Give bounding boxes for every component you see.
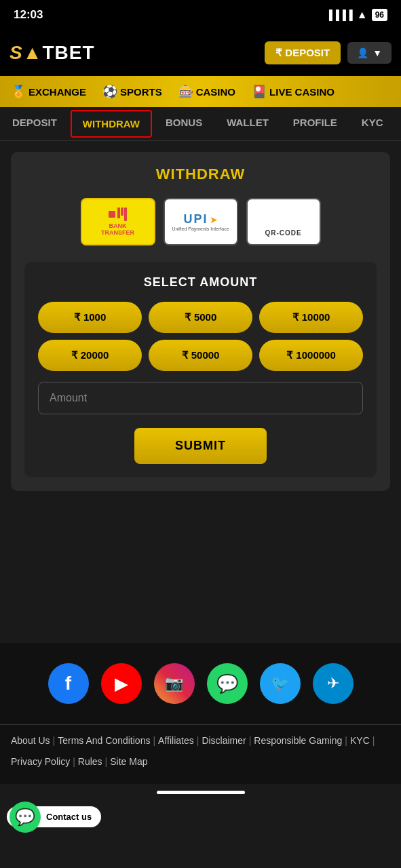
amount-btn-50000[interactable]: ₹ 50000 <box>149 340 252 371</box>
logo: S▲TBET <box>9 42 95 64</box>
tab-profile[interactable]: PROFILE <box>281 107 349 140</box>
live-casino-icon: 🎴 <box>252 84 267 99</box>
payment-method-upi[interactable]: UPI ➤ Unified Payments Interface <box>164 198 238 245</box>
footer-kyc[interactable]: KYC <box>350 732 370 750</box>
whatsapp-button[interactable]: 💬 <box>207 663 248 704</box>
header: S▲TBET ₹ DEPOSIT 👤 ▼ <box>0 30 401 76</box>
amount-btn-1000[interactable]: ₹ 1000 <box>38 302 142 333</box>
payment-method-qr[interactable]: ⊞ QR-CODE <box>246 198 321 245</box>
telegram-button[interactable]: ✈ <box>313 663 354 704</box>
withdraw-title: WITHDRAW <box>24 165 377 183</box>
exchange-icon: 🏅 <box>11 84 26 99</box>
header-actions: ₹ DEPOSIT 👤 ▼ <box>265 41 392 64</box>
nav-cat-exchange[interactable]: 🏅 EXCHANGE <box>4 80 93 103</box>
sub-navigation: DEPOSIT WITHDRAW BONUS WALLET PROFILE KY… <box>0 107 401 141</box>
amount-btn-20000[interactable]: ₹ 20000 <box>38 340 142 371</box>
signal-icon: ▐▐▐▐ <box>326 9 353 20</box>
whatsapp-float-icon[interactable]: 💬 <box>9 802 41 833</box>
exchange-label: EXCHANGE <box>28 86 86 98</box>
home-indicator <box>157 791 245 794</box>
amount-grid: ₹ 1000 ₹ 5000 ₹ 10000 ₹ 20000 ₹ 50000 ₹ … <box>38 302 363 371</box>
tab-bonus[interactable]: BONUS <box>153 107 214 140</box>
wifi-icon: ▲ <box>357 9 368 21</box>
twitter-button[interactable]: 🐦 <box>260 663 301 704</box>
footer-terms[interactable]: Terms And Conditions <box>58 732 150 750</box>
footer-responsible-gaming[interactable]: Responsible Gaming <box>254 732 342 750</box>
footer-privacy[interactable]: Privacy Policy <box>11 753 70 771</box>
facebook-button[interactable]: f <box>48 663 89 704</box>
amount-input[interactable] <box>38 382 363 414</box>
contact-us-label: Contact us <box>46 812 92 822</box>
footer-about[interactable]: About Us <box>11 732 50 750</box>
nav-cat-live-casino[interactable]: 🎴 LIVE CASINO <box>245 80 341 103</box>
tab-kyc[interactable]: KYC <box>349 107 396 140</box>
casino-label: CASINO <box>196 86 235 98</box>
footer: About Us | Terms And Conditions | Affili… <box>0 724 401 784</box>
nav-cat-sports[interactable]: ⚽ SPORTS <box>96 80 169 103</box>
tab-wallet[interactable]: WALLET <box>214 107 281 140</box>
upi-icon: UPI ➤ Unified Payments Interface <box>172 212 229 231</box>
user-icon: 👤 <box>357 47 368 58</box>
whatsapp-float-container: 💬 Contact us <box>7 806 101 827</box>
sports-icon: ⚽ <box>102 84 117 99</box>
nav-categories: 🏅 EXCHANGE ⚽ SPORTS 🎰 CASINO 🎴 LIVE CASI… <box>0 76 401 107</box>
instagram-button[interactable]: 📷 <box>154 663 195 704</box>
footer-links: About Us | Terms And Conditions | Affili… <box>11 732 390 770</box>
select-amount-section: SELECT AMOUNT ₹ 1000 ₹ 5000 ₹ 10000 ₹ 20… <box>24 262 377 477</box>
youtube-button[interactable]: ▶ <box>101 663 142 704</box>
payment-methods: BANKTRANSFER UPI ➤ Unified Payments Inte… <box>24 198 377 245</box>
deposit-button[interactable]: ₹ DEPOSIT <box>265 41 341 64</box>
social-section: f ▶ 📷 💬 🐦 ✈ <box>0 643 401 724</box>
status-time: 12:03 <box>14 8 43 22</box>
bank-transfer-icon: BANKTRANSFER <box>101 208 134 237</box>
withdraw-card: WITHDRAW BANKTRANSFER <box>11 152 390 491</box>
nav-cat-casino[interactable]: 🎰 CASINO <box>172 80 242 103</box>
status-icons: ▐▐▐▐ ▲ 96 <box>326 9 387 21</box>
battery-indicator: 96 <box>372 9 387 21</box>
main-content: WITHDRAW BANKTRANSFER <box>0 141 401 616</box>
payment-method-bank[interactable]: BANKTRANSFER <box>81 198 155 245</box>
select-amount-title: SELECT AMOUNT <box>38 275 363 290</box>
contact-us-bubble: 💬 Contact us <box>7 806 101 827</box>
sports-label: SPORTS <box>120 86 162 98</box>
footer-disclaimer[interactable]: Disclaimer <box>202 732 246 750</box>
amount-btn-10000[interactable]: ₹ 10000 <box>259 302 363 333</box>
status-bar: 12:03 ▐▐▐▐ ▲ 96 <box>0 0 401 30</box>
amount-btn-5000[interactable]: ₹ 5000 <box>149 302 252 333</box>
footer-sitemap[interactable]: Site Map <box>110 753 147 771</box>
tab-withdraw[interactable]: WITHDRAW <box>71 110 152 138</box>
user-dropdown-arrow: ▼ <box>373 47 382 58</box>
footer-affiliates[interactable]: Affiliates <box>158 732 194 750</box>
qr-code-icon: ⊞ QR-CODE <box>265 207 301 237</box>
footer-rules[interactable]: Rules <box>78 753 102 771</box>
amount-btn-1000000[interactable]: ₹ 1000000 <box>259 340 363 371</box>
logo-text: S▲TBET <box>9 42 95 64</box>
user-menu-button[interactable]: 👤 ▼ <box>347 42 392 64</box>
live-casino-label: LIVE CASINO <box>269 86 335 98</box>
casino-icon: 🎰 <box>178 84 193 99</box>
tab-deposit[interactable]: DEPOSIT <box>0 107 69 140</box>
submit-button[interactable]: SUBMIT <box>134 428 267 464</box>
